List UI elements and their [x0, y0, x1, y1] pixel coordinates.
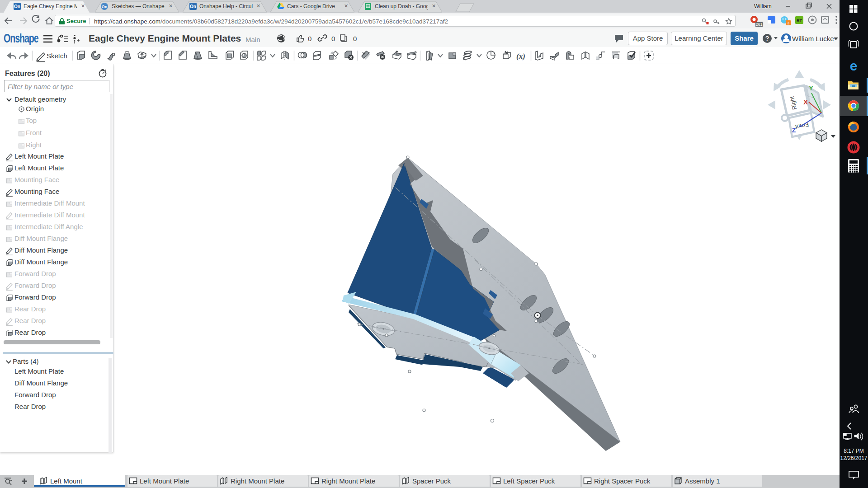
svg-text:X: X — [803, 98, 808, 106]
svg-text:e: e — [850, 58, 858, 73]
svg-text:Y: Y — [809, 84, 813, 92]
svg-text:0: 0 — [353, 35, 357, 42]
svg-text:0: 0 — [308, 35, 311, 42]
svg-text:(x): (x) — [516, 52, 525, 61]
svg-text:3: 3 — [787, 21, 789, 25]
svg-text:Z: Z — [792, 127, 796, 134]
svg-text:On: On — [14, 4, 20, 9]
svg-text:?: ? — [765, 35, 769, 42]
svg-text:On: On — [190, 4, 196, 9]
svg-text:0: 0 — [331, 35, 335, 42]
svg-text:On: On — [102, 5, 108, 9]
svg-text:RT: RT — [797, 19, 802, 23]
svg-text:261: 261 — [755, 22, 762, 27]
